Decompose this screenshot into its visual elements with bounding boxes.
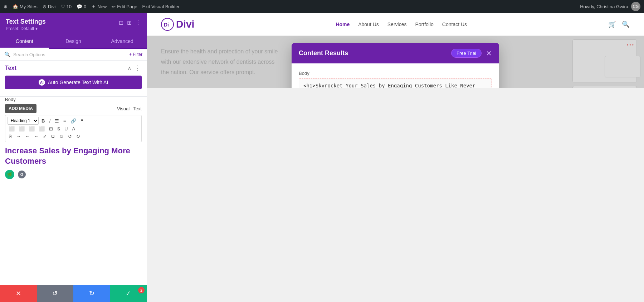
site-logo: Di Divi bbox=[161, 18, 194, 31]
italic-button[interactable]: I bbox=[48, 118, 52, 124]
section-collapse-icon[interactable]: ∧ bbox=[127, 65, 132, 72]
user-avatar[interactable]: CG bbox=[631, 2, 640, 11]
greet-user: Howdy, Christina Gwira bbox=[580, 4, 628, 9]
formatting-toolbar: Heading 1 Heading 2 Paragraph B I ☰ ≡ 🔗 … bbox=[5, 115, 142, 142]
likes-count[interactable]: ♡ 10 bbox=[61, 4, 72, 9]
add-media-button[interactable]: ADD MEDIA bbox=[5, 104, 36, 113]
bottom-bar: ✕ ↺ ↻ ✓ 2 bbox=[0, 285, 147, 302]
align-left-button[interactable]: ⬜ bbox=[8, 125, 16, 132]
logo-text: Divi bbox=[176, 19, 194, 30]
menu-services[interactable]: Services bbox=[387, 21, 407, 27]
indent-button[interactable]: → bbox=[15, 133, 22, 140]
menu-portfolio[interactable]: Portfolio bbox=[415, 21, 433, 27]
preview-text: Increase Sales by Engaging More Customer… bbox=[5, 146, 142, 166]
svg-text:Di: Di bbox=[164, 22, 169, 28]
redo-editor-button[interactable]: ↻ bbox=[75, 133, 82, 140]
close-button[interactable]: ✕ bbox=[0, 285, 37, 302]
outdent2-button[interactable]: ← bbox=[33, 133, 40, 140]
tab-content[interactable]: Content bbox=[0, 35, 49, 49]
align-right-button[interactable]: ⬜ bbox=[28, 125, 36, 132]
save-button[interactable]: ✓ 2 bbox=[110, 285, 147, 302]
color-button[interactable]: A bbox=[70, 125, 77, 132]
align-center-button[interactable]: ⬜ bbox=[18, 125, 26, 132]
free-trial-badge[interactable]: Free Trial bbox=[451, 49, 482, 58]
section-more-icon[interactable]: ⋮ bbox=[135, 64, 142, 72]
heart-icon: ♡ bbox=[61, 4, 65, 9]
ai-icon: AI bbox=[39, 79, 45, 86]
heading-select[interactable]: Heading 1 Heading 2 Paragraph bbox=[8, 117, 39, 125]
cart-icon[interactable]: 🛒 bbox=[608, 20, 616, 28]
tab-advanced[interactable]: Advanced bbox=[98, 35, 147, 49]
my-sites[interactable]: 🏠 My Sites bbox=[13, 4, 38, 9]
comment-icon: 💬 bbox=[77, 4, 82, 9]
quote-button[interactable]: ❝ bbox=[79, 118, 84, 124]
outdent-button[interactable]: ← bbox=[24, 133, 31, 140]
modal-title: Content Results bbox=[299, 49, 348, 57]
search-input[interactable] bbox=[13, 52, 126, 57]
search-icon[interactable]: 🔍 bbox=[622, 20, 630, 28]
strikethrough-button[interactable]: S̶ bbox=[56, 125, 62, 132]
plus-icon: ＋ bbox=[91, 3, 96, 10]
panel-icon-menu[interactable]: ⋮ bbox=[135, 19, 141, 26]
divi-icon: ⊙ bbox=[43, 4, 47, 9]
content-results-modal: Content Results Free Trial ✕ Body <h1>Sk… bbox=[292, 43, 499, 88]
tab-design[interactable]: Design bbox=[49, 35, 98, 49]
bold-button[interactable]: B bbox=[40, 118, 46, 124]
text-section-title: Text bbox=[5, 65, 16, 71]
modal-overlay: Content Results Free Trial ✕ Body <h1>Sk… bbox=[147, 36, 644, 88]
ai-grammarly-icon[interactable]: 🌿 bbox=[5, 170, 14, 179]
paste-button[interactable]: ⎘ bbox=[8, 133, 13, 140]
new-button[interactable]: ＋ New bbox=[91, 3, 107, 10]
site-nav: Di Divi Home About Us Services Portfolio… bbox=[147, 13, 644, 36]
divi-menu[interactable]: ⊙ Divi bbox=[43, 4, 56, 9]
filter-button[interactable]: + Filter bbox=[129, 52, 142, 57]
panel-icon-layout[interactable]: ⊞ bbox=[127, 19, 132, 26]
wordpress-icon: ⊕ bbox=[4, 4, 8, 9]
underline-button[interactable]: U bbox=[63, 125, 69, 132]
exit-builder-button[interactable]: Exit Visual Builder bbox=[142, 4, 180, 9]
home-icon: 🏠 bbox=[13, 4, 18, 9]
panel-preset[interactable]: Preset: Default ▾ bbox=[6, 26, 46, 31]
undo-button[interactable]: ↺ bbox=[37, 285, 74, 302]
body-field-label: Body bbox=[299, 71, 492, 76]
modal-close-button[interactable]: ✕ bbox=[486, 49, 492, 58]
body-label: Body bbox=[5, 97, 142, 102]
menu-contact[interactable]: Contact Us bbox=[442, 21, 467, 27]
menu-home[interactable]: Home bbox=[336, 21, 350, 27]
save-badge: 2 bbox=[138, 287, 145, 293]
wp-icon[interactable]: ⊕ bbox=[4, 4, 8, 9]
page-area: Di Divi Home About Us Services Portfolio… bbox=[147, 13, 644, 302]
align-justify-button[interactable]: ⬜ bbox=[38, 125, 46, 132]
panel-icon-resize[interactable]: ⊡ bbox=[119, 19, 123, 26]
text-tab[interactable]: Text bbox=[133, 106, 142, 111]
fullscreen-button[interactable]: ⤢ bbox=[42, 133, 48, 140]
emoji-button[interactable]: ☺ bbox=[58, 133, 65, 140]
visual-tab[interactable]: Visual bbox=[117, 106, 130, 111]
divi-logo-icon: Di bbox=[161, 18, 174, 31]
comments-count[interactable]: 💬 0 bbox=[77, 4, 86, 9]
menu-about[interactable]: About Us bbox=[358, 21, 379, 27]
edit-page-button[interactable]: ✏ Edit Page bbox=[112, 4, 137, 9]
site-menu: Home About Us Services Portfolio Contact… bbox=[336, 21, 467, 27]
link-button[interactable]: 🔗 bbox=[69, 118, 78, 124]
left-panel: Text Settings Preset: Default ▾ ⊡ ⊞ ⋮ Co… bbox=[0, 13, 147, 302]
redo-button[interactable]: ↻ bbox=[73, 285, 110, 302]
ai-generate-button[interactable]: AI Auto Generate Text With AI bbox=[5, 76, 142, 89]
numbered-list-button[interactable]: ≡ bbox=[62, 118, 68, 124]
undo-editor-button[interactable]: ↺ bbox=[67, 133, 73, 140]
ai-grammarly2-icon[interactable]: G bbox=[17, 170, 26, 179]
bullet-list-button[interactable]: ☰ bbox=[53, 118, 60, 124]
body-textarea[interactable]: <h1>Skyrocket Your Sales by Engaging Cus… bbox=[299, 78, 492, 88]
search-icon: 🔍 bbox=[4, 52, 10, 57]
panel-title: Text Settings bbox=[6, 18, 46, 25]
special-char-button[interactable]: Ω bbox=[50, 133, 56, 140]
admin-bar: ⊕ 🏠 My Sites ⊙ Divi ♡ 10 💬 0 ＋ New ✏ Edi… bbox=[0, 0, 644, 13]
table-button[interactable]: ⊞ bbox=[48, 125, 54, 132]
pencil-icon: ✏ bbox=[112, 4, 116, 9]
